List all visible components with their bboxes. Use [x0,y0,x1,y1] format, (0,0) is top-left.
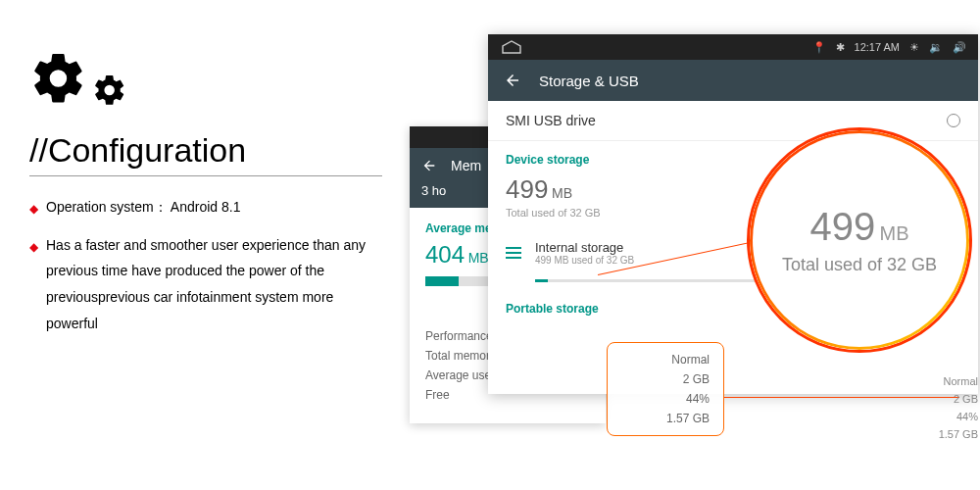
gears-graphic [29,49,382,112]
eject-icon[interactable] [947,114,960,127]
memory-title: Mem [451,158,481,173]
section-title: //Configuration [29,131,382,176]
volume-down-icon: 🔉 [929,41,943,54]
callout-avg-used: 44% [621,392,710,406]
gear-small-icon [92,73,127,112]
stat-value-performance: Normal [725,375,978,387]
storage-header: Storage & USB [488,60,978,101]
internal-storage-sub: 499 MB used of 32 GB [535,255,634,266]
storage-title: Storage & USB [539,73,639,89]
callout-performance: Normal [621,353,710,367]
statusbar-indicators: 📍 ✱ 12:17 AM ☀ 🔉 🔊 [812,41,966,54]
stat-label: Free [425,388,450,402]
gear-large-icon [29,49,88,112]
feature-text: Operation system： Android 8.1 [46,194,240,220]
bullet-diamond-icon: ◆ [29,198,38,220]
storage-icon [506,247,521,259]
location-icon: 📍 [812,41,826,54]
back-arrow-icon[interactable] [504,72,521,89]
stat-value-free: 1.57 GB [725,428,978,440]
memory-usage-fill [425,276,459,286]
bluetooth-icon: ✱ [836,41,845,54]
bullet-diamond-icon: ◆ [29,236,38,259]
feature-text: Has a faster and smoother user experienc… [46,232,382,336]
usb-drive-row[interactable]: SMI USB drive [488,101,978,141]
storage-statusbar: 📍 ✱ 12:17 AM ☀ 🔉 🔊 [488,34,978,60]
magnify-border [750,130,969,350]
device-value-number: 499 [506,174,548,204]
feature-list: ◆Operation system： Android 8.1 ◆Has a fa… [29,194,382,336]
stats-right-values: Normal 2 GB 44% 1.57 GB [725,375,978,446]
stats-callout-box: Normal 2 GB 44% 1.57 GB [607,342,724,436]
usb-drive-label: SMI USB drive [506,113,596,128]
memory-value-number: 404 [425,241,465,268]
memory-value-unit: MB [468,250,489,266]
volume-up-icon: 🔊 [953,41,966,54]
internal-storage-label: Internal storage [535,240,634,255]
back-arrow-icon[interactable] [421,158,437,173]
internal-storage-text: Internal storage 499 MB used of 32 GB [535,240,634,266]
status-time: 12:17 AM [855,41,900,53]
home-icon [500,39,523,55]
stat-value-total-memory: 2 GB [725,393,978,405]
feature-item: ◆Operation system： Android 8.1 [29,194,382,220]
internal-storage-fill [535,279,548,282]
stat-label: Total memory [425,349,496,363]
feature-item: ◆Has a faster and smoother user experien… [29,232,382,336]
callout-free: 1.57 GB [621,412,710,425]
device-value-unit: MB [552,185,572,201]
brightness-icon: ☀ [909,41,919,54]
left-promo-section: //Configuration ◆Operation system： Andro… [29,49,382,348]
stat-label: Performance [425,329,493,343]
magnified-callout-circle: 499 MB Total used of 32 GB [747,127,972,353]
callout-total-memory: 2 GB [621,372,710,386]
stat-value-avg-used: 44% [725,411,978,422]
